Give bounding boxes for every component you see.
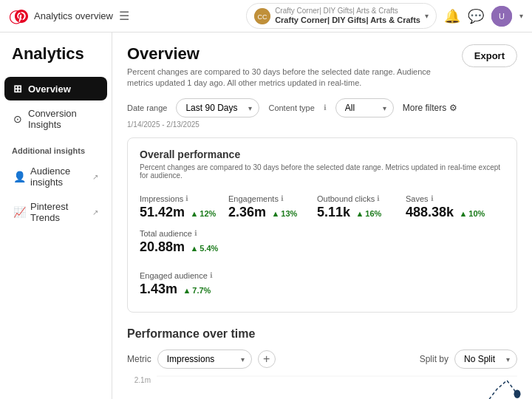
total-audience-value-row: 20.88m ▲5.4% [140,239,219,255]
total-audience-label: Total audience ℹ [140,229,219,238]
export-button[interactable]: Export [462,44,517,67]
chart-metric-select-wrapper[interactable]: Impressions Engagements Outbound clicks … [157,349,252,369]
sidebar-item-trends-label: Pinterest Trends [30,201,92,223]
saves-value-row: 488.38k ▲10% [406,205,485,220]
date-range-select[interactable]: Last 90 Days Last 30 Days Last 7 Days [176,98,259,117]
svg-text:U: U [499,12,505,21]
engagements-label: Engagements ℹ [228,194,308,203]
total-audience-arrow-icon: ▲ [190,244,198,253]
sidebar-item-conversion-label: Conversion Insights [28,108,98,130]
split-label: Split by [420,354,449,364]
engagements-value: 2.36m [228,205,266,219]
svg-point-8 [514,389,520,398]
metric-total-audience: Total audience ℹ 20.88m ▲5.4% [140,225,228,259]
saves-value: 488.38k [406,205,454,219]
overview-icon: ⊞ [13,83,22,95]
metric-label: Metric [127,354,151,364]
content-type-label: Content type [268,103,314,112]
y-label-top: 2.1m [127,376,151,384]
chart-controls: Metric Impressions Engagements Outbound … [127,349,517,369]
user-avatar[interactable]: U [491,6,512,27]
chart-y-axis: 2.1m 1.58m 1.05m [127,376,154,399]
engaged-arrow-icon: ▲ [183,286,191,295]
topnav-title: Analytics overview [34,10,113,21]
account-chevron-icon: ▾ [425,12,429,20]
outbound-change: ▲16% [355,209,381,218]
account-top-label: Crafty Corner| DIY Gifts| Arts & Crafts [275,7,420,16]
content-header: Overview Percent changes are compared to… [127,44,517,89]
saves-change: ▲10% [459,209,485,218]
metric-engagements: Engagements ℹ 2.36m ▲13% [228,190,317,225]
outbound-clicks-label: Outbound clicks ℹ [317,194,397,203]
perf-card-title: Overall performance [140,149,505,160]
main-layout: Analytics ⊞ Overview ⊙ Conversion Insigh… [0,33,532,399]
sidebar-section-additional: Additional insights [0,137,112,158]
impressions-label: Impressions ℹ [140,194,219,203]
date-range-label: Date range [127,103,167,112]
chat-icon[interactable]: 💬 [468,8,484,24]
trends-item-row: 📈 Pinterest Trends ↗ [13,201,98,223]
chart-controls-right: Split by No Split Device Gender [420,349,517,369]
content-type-select[interactable]: All Pins Videos [335,98,394,117]
engagements-value-row: 2.36m ▲13% [228,205,308,220]
chart-area: 2.1m 1.58m 1.05m [127,376,517,399]
sidebar: Analytics ⊞ Overview ⊙ Conversion Insigh… [0,33,112,399]
conversion-icon: ⊙ [13,113,22,125]
overall-performance-card: Overall performance Percent changes are … [127,137,517,313]
chart-controls-left: Metric Impressions Engagements Outbound … [127,349,276,369]
total-audience-value: 20.88m [140,239,185,254]
chart-section-title: Performance over time [127,327,517,341]
content-type-select-wrapper[interactable]: All Pins Videos [335,98,394,117]
audience-item-row: 👤 Audience insights ↗ [13,166,98,188]
date-range-select-wrapper[interactable]: Last 90 Days Last 30 Days Last 7 Days [176,98,259,117]
content-type-info-icon: ℹ [324,103,327,112]
topnav-right: CC Crafty Corner| DIY Gifts| Arts & Craf… [246,3,523,29]
saves-info-icon: ℹ [431,194,434,202]
engagements-change: ▲13% [271,209,297,218]
split-select-wrapper[interactable]: No Split Device Gender [454,349,517,369]
total-audience-change: ▲5.4% [190,244,218,253]
trends-external-icon: ↗ [92,208,98,216]
pinterest-icon [15,10,28,23]
metrics-grid: Impressions ℹ 51.42m ▲12% Engagements ℹ … [140,190,505,259]
add-metric-button[interactable]: + [258,350,276,368]
main-content: Overview Percent changes are compared to… [112,33,532,399]
metric-impressions: Impressions ℹ 51.42m ▲12% [140,190,228,225]
trends-icon: 📈 [13,206,26,218]
sidebar-item-overview[interactable]: ⊞ Overview [4,77,107,100]
account-main-label: Crafty Corner| DIY Gifts| Arts & Crafts [275,16,420,25]
sidebar-item-audience[interactable]: 👤 Audience insights ↗ [4,160,107,194]
engagements-arrow-icon: ▲ [271,209,279,218]
metric-outbound-clicks: Outbound clicks ℹ 5.11k ▲16% [317,190,406,225]
saves-label: Saves ℹ [406,194,485,203]
sidebar-item-trends[interactable]: 📈 Pinterest Trends ↗ [4,195,107,229]
svg-text:CC: CC [258,13,267,21]
engaged-change: ▲7.7% [183,286,211,295]
engaged-audience-label: Engaged audience ℹ [140,271,219,280]
chart-metric-select[interactable]: Impressions Engagements Outbound clicks … [157,349,252,369]
account-avatar: CC [254,8,270,24]
account-selector[interactable]: CC Crafty Corner| DIY Gifts| Arts & Craf… [246,3,437,29]
sidebar-item-audience-label: Audience insights [30,166,92,188]
user-chevron-icon[interactable]: ▾ [519,12,523,20]
metrics-row2: Engaged audience ℹ 1.43m ▲7.7% [140,267,505,301]
filters-row: Date range Last 90 Days Last 30 Days Las… [127,98,517,117]
split-select[interactable]: No Split Device Gender [454,349,517,369]
impressions-info-icon: ℹ [185,194,188,202]
engaged-info-icon: ℹ [210,271,213,279]
hamburger-icon[interactable]: ☰ [119,9,129,23]
metric-engaged-audience: Engaged audience ℹ 1.43m ▲7.7% [140,267,228,301]
sidebar-item-conversion[interactable]: ⊙ Conversion Insights [4,102,107,136]
top-navigation: ◯ Analytics overview ☰ CC Crafty Corner|… [0,0,532,33]
impressions-value: 51.42m [140,205,185,219]
external-link-icon: ↗ [92,173,98,181]
title-area: Overview Percent changes are compared to… [127,44,437,89]
page-title: Overview [127,44,437,64]
sidebar-item-overview-label: Overview [28,83,71,95]
bell-icon[interactable]: 🔔 [444,8,460,24]
outbound-value-row: 5.11k ▲16% [317,205,397,220]
outbound-arrow-icon: ▲ [355,209,364,218]
more-filters-button[interactable]: More filters ⚙ [403,103,457,113]
account-info: Crafty Corner| DIY Gifts| Arts & Crafts … [275,7,420,25]
audience-icon: 👤 [13,171,26,183]
